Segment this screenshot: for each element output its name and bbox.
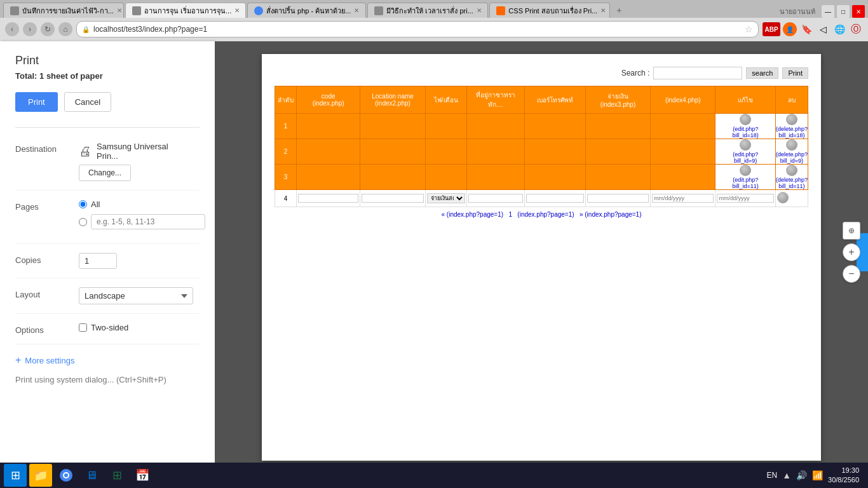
bookmark-manager-icon[interactable]: 🔖 bbox=[799, 22, 813, 36]
row-4-num: 4 bbox=[275, 190, 297, 207]
tab-2[interactable]: อานการจุน เริ่มอานการจุน... ✕ bbox=[125, 3, 246, 18]
edit-icon-3[interactable] bbox=[740, 165, 751, 176]
page-preview: Search : search Print ลำดับ code(index.p… bbox=[262, 54, 821, 461]
pagination-next[interactable]: » (index.php?page=1) bbox=[580, 211, 642, 218]
tab-4-close[interactable]: ✕ bbox=[477, 7, 482, 14]
start-button[interactable]: ⊞ bbox=[4, 464, 27, 487]
print-button[interactable]: Print bbox=[15, 92, 58, 112]
preview-print-button[interactable]: Print bbox=[782, 67, 808, 79]
more-settings-label: More settings bbox=[25, 356, 74, 365]
row-4-paytype: จ่ายเงินสด bbox=[425, 190, 466, 207]
tab-3-close[interactable]: ✕ bbox=[354, 7, 359, 14]
tab-2-close[interactable]: ✕ bbox=[234, 7, 240, 14]
opera-icon[interactable]: Ⓞ bbox=[849, 22, 863, 36]
globe-icon[interactable]: 🌐 bbox=[832, 22, 846, 36]
reload-button[interactable]: ↻ bbox=[41, 22, 55, 36]
destination-label: Destination bbox=[15, 142, 79, 154]
tab-1-close[interactable]: ✕ bbox=[117, 7, 122, 14]
pages-all-radio[interactable] bbox=[79, 200, 87, 208]
edit-link-1[interactable]: (edit.php?bill_id=18) bbox=[733, 126, 759, 139]
options-label: Options bbox=[15, 323, 79, 335]
delete-link-1[interactable]: (delete.php?bill_id=18) bbox=[776, 126, 808, 139]
delete-link-3[interactable]: (delete.php?bill_id=11) bbox=[776, 177, 808, 189]
edit-icon-2[interactable] bbox=[740, 139, 751, 151]
pagination-current[interactable]: 1 bbox=[508, 211, 512, 218]
tab-5[interactable]: CSS Print สอบถามเรื่อง Pri... ✕ bbox=[489, 3, 610, 18]
pages-custom-radio[interactable] bbox=[79, 218, 87, 226]
address-box[interactable]: 🔒 localhost/test3/index.php?page=1 ☆ bbox=[76, 21, 759, 37]
pages-all-row: All bbox=[79, 200, 205, 209]
change-printer-button[interactable]: Change... bbox=[79, 165, 131, 181]
preview-search-button[interactable]: search bbox=[746, 67, 778, 79]
main-layout: Print Total: 1 sheet of paper Print Canc… bbox=[0, 41, 868, 463]
cancel-button[interactable]: Cancel bbox=[64, 92, 111, 112]
user-icon-button[interactable]: 👤 bbox=[783, 22, 797, 36]
pagination-link1[interactable]: (index.php?page=1) bbox=[517, 211, 574, 218]
row-4-addr-input[interactable] bbox=[526, 194, 584, 203]
system-dialog-link[interactable]: Print using system dialog... (Ctrl+Shift… bbox=[15, 375, 200, 384]
row-2-num: 2 bbox=[275, 139, 297, 165]
forward-button[interactable]: › bbox=[23, 22, 37, 36]
new-tab-button[interactable]: + bbox=[611, 3, 627, 18]
pages-custom-input[interactable] bbox=[91, 214, 205, 229]
row-4-code-input[interactable] bbox=[298, 194, 358, 203]
row-3-pay bbox=[585, 165, 650, 190]
pages-all-label: All bbox=[91, 200, 100, 209]
edit-icon-1[interactable] bbox=[740, 114, 751, 125]
close-button[interactable]: ✕ bbox=[852, 5, 865, 18]
zoom-in-button[interactable]: + bbox=[843, 243, 860, 261]
destination-box: 🖨 Samsung Universal Prin... bbox=[79, 142, 200, 161]
edit-link-3[interactable]: (edit.php?bill_id=11) bbox=[733, 177, 759, 189]
edit-link-2[interactable]: (edit.php?bill_id=9) bbox=[733, 151, 758, 164]
taskbar-calendar[interactable]: 📅 bbox=[131, 464, 154, 487]
fit-page-button[interactable]: ⊕ bbox=[843, 222, 860, 240]
col-delete: ลบ bbox=[775, 86, 808, 114]
row-4-phone-input[interactable] bbox=[587, 194, 649, 203]
printer-icon: 🖨 bbox=[79, 144, 92, 159]
tab-3[interactable]: สั่งตาปริ้น php - ค้นหาด้วย... ✕ bbox=[247, 3, 366, 18]
row-4-paytype-select[interactable]: จ่ายเงินสด bbox=[427, 193, 465, 203]
row-4-unit-input[interactable] bbox=[468, 194, 523, 203]
history-icon[interactable]: ◁ bbox=[816, 22, 830, 36]
pagination-prev[interactable]: « (index.php?page=1) bbox=[442, 211, 504, 218]
options-row: Options Two-sided bbox=[15, 314, 200, 344]
row-4-loc-input[interactable] bbox=[362, 194, 423, 203]
back-button[interactable]: ‹ bbox=[5, 22, 19, 36]
language-indicator[interactable]: EN bbox=[767, 471, 778, 480]
taskbar-chrome[interactable] bbox=[55, 464, 78, 487]
taskbar-excel[interactable]: ⊞ bbox=[105, 464, 128, 487]
abp-button[interactable]: ABP bbox=[763, 22, 780, 36]
pages-value: All bbox=[79, 200, 205, 234]
preview-search-input[interactable] bbox=[653, 67, 742, 79]
print-buttons: Print Cancel bbox=[15, 92, 200, 112]
taskbar-edge[interactable]: 🖥 bbox=[80, 464, 103, 487]
delete-icon-3[interactable] bbox=[786, 165, 797, 176]
bookmark-icon[interactable]: ☆ bbox=[745, 24, 753, 34]
tab-4[interactable]: มีวิธีกะทำให้ เวลาเราสั่ง pri... ✕ bbox=[367, 3, 488, 18]
more-settings-button[interactable]: + More settings bbox=[15, 355, 74, 366]
tab-5-close[interactable]: ✕ bbox=[600, 7, 606, 14]
copies-input[interactable] bbox=[79, 253, 117, 269]
col-edit: แก้ไข bbox=[715, 86, 775, 114]
maximize-button[interactable]: □ bbox=[837, 5, 850, 18]
row-3-code bbox=[297, 165, 360, 190]
volume-icon[interactable]: 🔊 bbox=[796, 470, 807, 480]
tab-1-favicon bbox=[10, 6, 19, 15]
row-4-date1-input[interactable] bbox=[652, 194, 714, 203]
delete-icon-2[interactable] bbox=[786, 139, 797, 151]
delete-link-2[interactable]: (delete.php?bill_id=9) bbox=[776, 151, 808, 164]
row-4-date2-input[interactable] bbox=[717, 194, 773, 203]
layout-select[interactable]: Portrait Landscape bbox=[79, 287, 193, 304]
toolbar-icons: ABP 👤 🔖 ◁ 🌐 Ⓞ bbox=[763, 22, 863, 36]
two-sided-checkbox[interactable] bbox=[79, 323, 87, 332]
minimize-button[interactable]: — bbox=[822, 5, 834, 18]
save-icon[interactable] bbox=[777, 192, 789, 203]
delete-icon-1[interactable] bbox=[786, 114, 797, 125]
tab-1[interactable]: บันทึกการขายเงินค่าไฟ้วิ-กา... ✕ bbox=[3, 3, 124, 18]
tab-1-label: บันทึกการขายเงินค่าไฟ้วิ-กา... bbox=[22, 5, 114, 17]
row-4-unit bbox=[466, 190, 524, 207]
home-button[interactable]: ⌂ bbox=[58, 22, 72, 36]
zoom-out-button[interactable]: − bbox=[843, 265, 860, 283]
taskbar: ⊞ 📁 🖥 ⊞ 📅 EN ▲ 🔊 📶 19:30 30/8/2560 bbox=[0, 463, 868, 488]
taskbar-file-explorer[interactable]: 📁 bbox=[29, 464, 52, 487]
